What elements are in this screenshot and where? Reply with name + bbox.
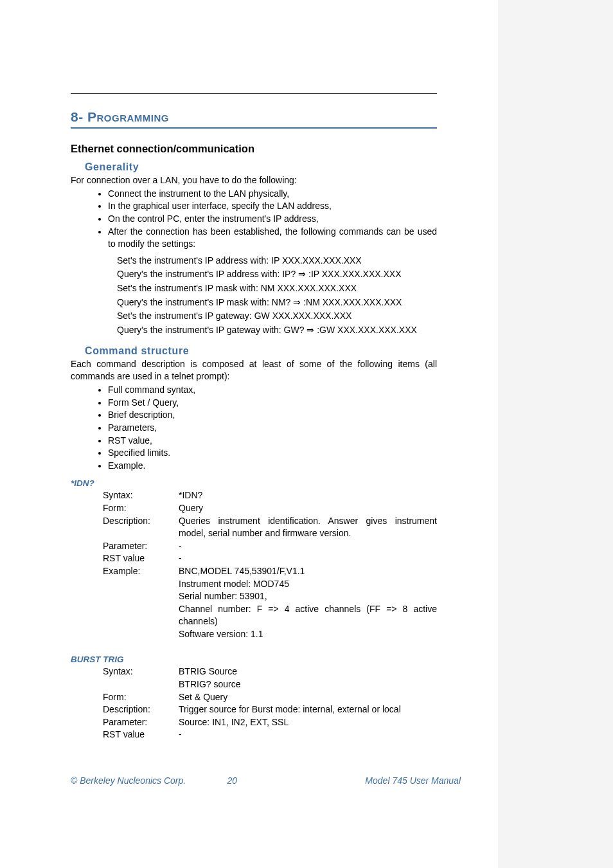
field-label: Syntax: <box>103 665 179 691</box>
example-line: Software version: 1.1 <box>179 628 437 641</box>
cmdstruct-list: Full command syntax, Form Set / Query, B… <box>86 384 437 472</box>
right-margin-shade <box>498 0 613 868</box>
field-label: Description: <box>103 515 179 540</box>
field-value: Query <box>179 502 437 515</box>
field-value: - <box>179 728 437 741</box>
chapter-title: Programming <box>87 109 169 124</box>
generality-heading: Generality <box>85 161 437 173</box>
field-label: RST value <box>103 552 179 565</box>
footer-left: © Berkeley Nucleonics Corp. <box>71 775 227 786</box>
example-line: Serial number: 53901, <box>179 590 437 603</box>
list-item: Brief description, <box>108 409 437 422</box>
list-item: Form Set / Query, <box>108 397 437 410</box>
page-content: 8- Programming Ethernet connection/commu… <box>0 0 498 868</box>
list-item: On the control PC, enter the instrument'… <box>108 213 437 226</box>
field-value: - <box>179 540 437 553</box>
cmd-idn-name: *IDN? <box>71 478 437 488</box>
list-item: Connect the instrument to the LAN physic… <box>108 188 437 201</box>
field-value: BNC,MODEL 745,53901/F,V1.1 Instrument mo… <box>179 565 437 641</box>
list-item: Full command syntax, <box>108 384 437 397</box>
field-label: Parameter: <box>103 540 179 553</box>
field-label: Description: <box>103 703 179 716</box>
generality-list: Connect the instrument to the LAN physic… <box>86 188 437 251</box>
cmdstruct-heading: Command structure <box>85 345 437 357</box>
setting-line: Set's the instrument's IP gateway: GW XX… <box>117 310 437 323</box>
field-label: Example: <box>103 565 179 641</box>
field-value: - <box>179 552 437 565</box>
setting-line: Set's the instrument's IP address with: … <box>117 255 437 267</box>
list-item: Specified limits. <box>108 447 437 460</box>
setting-line: Query's the instrument's IP gateway with… <box>117 324 437 337</box>
cmd-idn-table: Syntax: *IDN? Form: Query Description: Q… <box>103 489 437 640</box>
list-item: Parameters, <box>108 422 437 435</box>
chapter-underline <box>71 127 437 129</box>
field-value: *IDN? <box>179 489 437 502</box>
footer-right: Model 745 User Manual <box>305 775 461 786</box>
field-label: Form: <box>103 502 179 515</box>
syntax-line: BTRIG? source <box>179 678 437 691</box>
section-ethernet-heading: Ethernet connection/communication <box>71 143 437 155</box>
chapter-number: 8- <box>71 109 84 124</box>
list-item: Example. <box>108 460 437 473</box>
field-label: Parameter: <box>103 716 179 729</box>
field-label: Form: <box>103 691 179 704</box>
setting-line: Set's the instrument's IP mask with: NM … <box>117 282 437 295</box>
top-divider <box>71 93 437 94</box>
setting-line: Query's the instrument's IP address with… <box>117 268 437 281</box>
field-value: Set & Query <box>179 691 437 704</box>
list-item: After the connection has been establishe… <box>108 226 437 251</box>
chapter-heading: 8- Programming <box>71 109 437 125</box>
field-value: Queries instrument identification. Answe… <box>179 515 437 540</box>
field-value: BTRIG Source BTRIG? source <box>179 665 437 691</box>
field-value: Source: IN1, IN2, EXT, SSL <box>179 716 437 729</box>
cmd-burst-name: BURST TRIG <box>71 655 437 664</box>
field-label: RST value <box>103 728 179 741</box>
page-footer: © Berkeley Nucleonics Corp. 20 Model 745… <box>71 775 461 786</box>
cmdstruct-intro: Each command description is composed at … <box>71 358 437 383</box>
example-line: Instrument model: MOD745 <box>179 578 437 591</box>
footer-page-number: 20 <box>227 775 305 786</box>
example-line: BNC,MODEL 745,53901/F,V1.1 <box>179 565 437 578</box>
syntax-line: BTRIG Source <box>179 665 437 678</box>
field-label: Syntax: <box>103 489 179 502</box>
setting-line: Query's the instrument's IP mask with: N… <box>117 296 437 309</box>
generality-intro: For connection over a LAN, you have to d… <box>71 174 437 186</box>
field-value: Trigger source for Burst mode: internal,… <box>179 703 437 716</box>
generality-settings: Set's the instrument's IP address with: … <box>117 255 437 337</box>
example-line: Channel number: F => 4 active channels (… <box>179 603 437 628</box>
list-item: In the graphical user interface, specify… <box>108 200 437 213</box>
list-item: RST value, <box>108 435 437 448</box>
cmd-burst-table: Syntax: BTRIG Source BTRIG? source Form:… <box>103 665 437 741</box>
